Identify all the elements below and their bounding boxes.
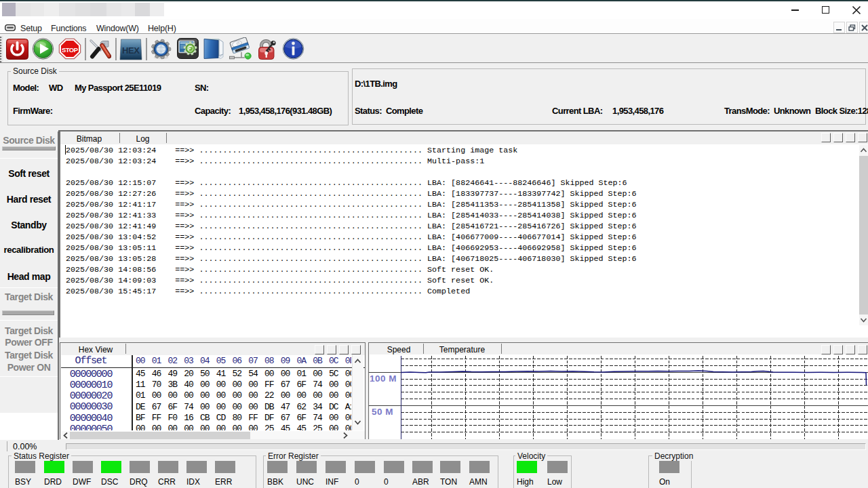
svg-text:HEX: HEX [122, 45, 140, 56]
svg-text:STOP: STOP [62, 46, 79, 54]
